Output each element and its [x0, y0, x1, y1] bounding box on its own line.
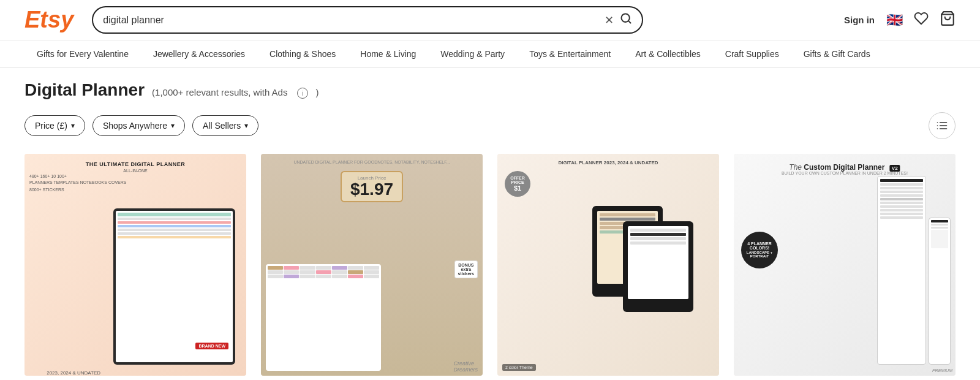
- product-card-3[interactable]: DIGITAL PLANNER 2023, 2024 & UNDATED OFF…: [497, 154, 719, 380]
- sellers-filter-label: All Sellers: [203, 121, 241, 131]
- closing-paren: ): [315, 87, 318, 97]
- product-image-3: DIGITAL PLANNER 2023, 2024 & UNDATED OFF…: [497, 154, 719, 376]
- product-grid: THE ULTIMATE DIGITAL PLANNER ALL-IN-ONE …: [24, 154, 956, 380]
- product-image-4: The Custom Digital Planner V2 BUILD YOUR…: [734, 154, 956, 376]
- sort-button[interactable]: [929, 112, 956, 139]
- product-card-2[interactable]: UNDATED DIGITAL PLANNER FOR GOODNOTES, N…: [261, 154, 483, 380]
- shops-filter-button[interactable]: Shops Anywhere ▾: [92, 115, 185, 136]
- brand-new-badge: BRAND NEW: [195, 343, 228, 349]
- nav-item-home[interactable]: Home & Living: [348, 40, 428, 67]
- header: Etsy ✕ Sign in 🇬🇧: [0, 0, 980, 40]
- sellers-filter-button[interactable]: All Sellers ▾: [192, 115, 258, 136]
- filters-row: Price (£) ▾ Shops Anywhere ▾ All Sellers…: [24, 112, 956, 139]
- nav-item-clothing[interactable]: Clothing & Shoes: [257, 40, 348, 67]
- language-region-icon[interactable]: 🇬🇧: [886, 14, 903, 26]
- nav-item-giftcards[interactable]: Gifts & Gift Cards: [791, 40, 883, 67]
- cart-icon[interactable]: [940, 10, 956, 30]
- product-image-1: THE ULTIMATE DIGITAL PLANNER ALL-IN-ONE …: [24, 154, 246, 376]
- header-actions: Sign in 🇬🇧: [844, 10, 956, 30]
- nav-item-jewellery[interactable]: Jewellery & Accessories: [141, 40, 257, 67]
- price-filter-button[interactable]: Price (£) ▾: [24, 115, 85, 136]
- page-title-row: Digital Planner (1,000+ relevant results…: [24, 80, 956, 100]
- product-image-2: UNDATED DIGITAL PLANNER FOR GOODNOTES, N…: [261, 154, 483, 376]
- price-chevron-icon: ▾: [71, 121, 75, 130]
- two-color-label: 2 color Theme: [502, 364, 536, 371]
- shops-filter-label: Shops Anywhere: [103, 121, 167, 131]
- wishlist-icon[interactable]: [914, 11, 929, 29]
- page-title: Digital Planner: [24, 80, 145, 100]
- etsy-logo[interactable]: Etsy: [24, 7, 74, 33]
- result-count: (1,000+ relevant results, with Ads: [152, 87, 287, 97]
- search-input[interactable]: [103, 15, 605, 26]
- main-navigation: Gifts for Every Valentine Jewellery & Ac…: [0, 40, 980, 68]
- sign-in-button[interactable]: Sign in: [844, 15, 875, 25]
- search-submit-button[interactable]: [620, 12, 632, 28]
- product-card-1[interactable]: THE ULTIMATE DIGITAL PLANNER ALL-IN-ONE …: [24, 154, 246, 380]
- info-icon[interactable]: i: [297, 88, 308, 99]
- price-filter-label: Price (£): [35, 121, 67, 131]
- nav-item-wedding[interactable]: Wedding & Party: [428, 40, 517, 67]
- shops-chevron-icon: ▾: [171, 121, 175, 130]
- clear-search-icon[interactable]: ✕: [605, 13, 614, 27]
- svg-line-1: [628, 21, 631, 23]
- nav-item-gifts[interactable]: Gifts for Every Valentine: [24, 40, 141, 67]
- product-card-4[interactable]: The Custom Digital Planner V2 BUILD YOUR…: [734, 154, 956, 380]
- search-bar: ✕: [92, 6, 643, 34]
- nav-item-craft[interactable]: Craft Supplies: [713, 40, 791, 67]
- sellers-chevron-icon: ▾: [244, 121, 248, 130]
- nav-item-toys[interactable]: Toys & Entertainment: [517, 40, 623, 67]
- nav-item-art[interactable]: Art & Collectibles: [623, 40, 713, 67]
- page-content: Digital Planner (1,000+ relevant results…: [0, 68, 980, 380]
